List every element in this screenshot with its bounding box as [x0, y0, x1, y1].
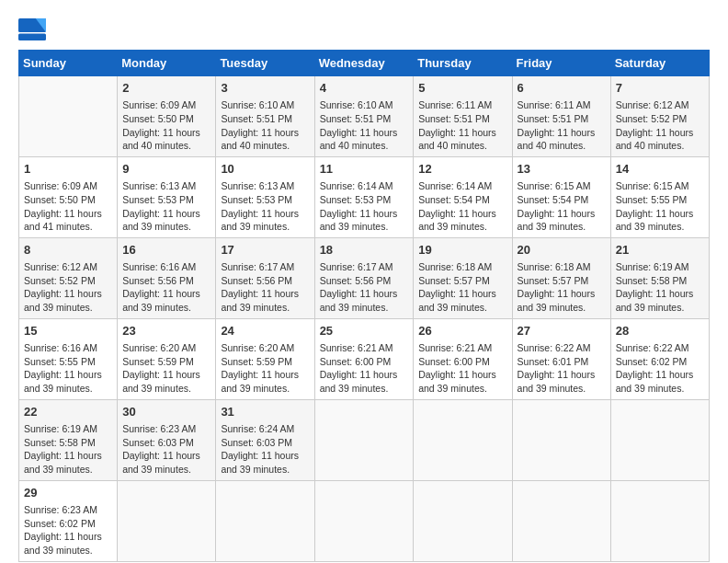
day-content: Daylight: 11 hours: [122, 287, 210, 301]
day-content: Sunrise: 6:21 AM: [418, 341, 506, 355]
day-content: and 39 minutes.: [616, 301, 704, 315]
day-content: Sunrise: 6:16 AM: [24, 341, 112, 355]
calendar-cell: 5Sunrise: 6:11 AMSunset: 5:51 PMDaylight…: [414, 76, 512, 157]
day-content: Daylight: 11 hours: [24, 207, 112, 221]
day-content: and 39 minutes.: [221, 301, 309, 315]
day-content: Daylight: 11 hours: [518, 287, 606, 301]
day-content: and 39 minutes.: [122, 382, 210, 396]
day-content: Daylight: 11 hours: [221, 126, 309, 140]
day-content: Daylight: 11 hours: [320, 287, 409, 301]
day-content: Sunrise: 6:20 AM: [122, 341, 210, 355]
day-content: Daylight: 11 hours: [221, 207, 309, 221]
day-content: Sunrise: 6:19 AM: [24, 422, 112, 436]
day-content: Sunset: 6:03 PM: [221, 436, 309, 450]
calendar-cell: 31Sunrise: 6:24 AMSunset: 6:03 PMDayligh…: [216, 399, 314, 480]
calendar-cell: 27Sunrise: 6:22 AMSunset: 6:01 PMDayligh…: [512, 318, 610, 399]
calendar-cell: 28Sunrise: 6:22 AMSunset: 6:02 PMDayligh…: [610, 318, 709, 399]
day-content: Daylight: 11 hours: [24, 368, 112, 382]
day-content: Daylight: 11 hours: [616, 126, 704, 140]
day-content: Sunset: 5:56 PM: [221, 274, 309, 288]
day-content: and 40 minutes.: [122, 139, 210, 153]
day-content: and 39 minutes.: [122, 463, 210, 477]
day-content: Sunrise: 6:19 AM: [616, 260, 704, 274]
day-number: 13: [518, 161, 606, 178]
calendar-header-thursday: Thursday: [414, 51, 512, 76]
day-content: Sunrise: 6:09 AM: [24, 179, 112, 193]
day-content: and 40 minutes.: [320, 139, 409, 153]
day-content: Sunrise: 6:22 AM: [518, 341, 606, 355]
day-content: Sunset: 5:55 PM: [616, 193, 704, 207]
day-content: Sunrise: 6:11 AM: [418, 98, 506, 112]
calendar-cell: 30Sunrise: 6:23 AMSunset: 6:03 PMDayligh…: [118, 399, 216, 480]
calendar-header-monday: Monday: [118, 51, 216, 76]
day-number: 31: [221, 404, 309, 420]
calendar-cell: [216, 480, 314, 561]
calendar-cell: 22Sunrise: 6:19 AMSunset: 5:58 PMDayligh…: [19, 399, 118, 480]
calendar-cell: 20Sunrise: 6:18 AMSunset: 5:57 PMDayligh…: [512, 237, 610, 318]
calendar-cell: 12Sunrise: 6:14 AMSunset: 5:54 PMDayligh…: [414, 156, 512, 237]
day-content: Sunset: 6:02 PM: [24, 517, 112, 531]
day-content: Sunrise: 6:17 AM: [221, 260, 309, 274]
calendar-week-row: 8Sunrise: 6:12 AMSunset: 5:52 PMDaylight…: [19, 237, 710, 318]
day-content: Daylight: 11 hours: [616, 287, 704, 301]
page-header: [18, 18, 710, 40]
day-content: Daylight: 11 hours: [221, 368, 309, 382]
day-content: Daylight: 11 hours: [122, 368, 210, 382]
day-content: Sunrise: 6:17 AM: [320, 260, 409, 274]
day-content: Daylight: 11 hours: [122, 449, 210, 463]
calendar-week-row: 2Sunrise: 6:09 AMSunset: 5:50 PMDaylight…: [19, 76, 710, 157]
day-content: and 39 minutes.: [122, 220, 210, 234]
day-content: Sunset: 5:51 PM: [320, 112, 409, 126]
day-number: 22: [24, 404, 112, 420]
day-content: and 39 minutes.: [418, 220, 506, 234]
day-number: 7: [616, 80, 704, 97]
day-content: and 39 minutes.: [320, 301, 409, 315]
calendar-week-row: 22Sunrise: 6:19 AMSunset: 5:58 PMDayligh…: [19, 399, 710, 480]
calendar-cell: 9Sunrise: 6:13 AMSunset: 5:53 PMDaylight…: [118, 156, 216, 237]
day-content: Sunset: 5:56 PM: [320, 274, 409, 288]
day-content: Sunrise: 6:18 AM: [418, 260, 506, 274]
day-content: Sunrise: 6:21 AM: [320, 341, 409, 355]
day-number: 5: [418, 80, 506, 97]
day-content: Daylight: 11 hours: [418, 207, 506, 221]
day-content: Sunrise: 6:22 AM: [616, 341, 704, 355]
day-content: Daylight: 11 hours: [24, 530, 112, 544]
day-number: 11: [320, 161, 409, 178]
day-content: Sunset: 5:53 PM: [122, 193, 210, 207]
calendar-cell: [512, 399, 610, 480]
day-content: Sunset: 6:02 PM: [616, 355, 704, 369]
day-content: Sunrise: 6:10 AM: [320, 98, 409, 112]
day-number: 2: [122, 80, 210, 97]
day-content: Sunset: 5:51 PM: [418, 112, 506, 126]
day-number: 16: [122, 242, 210, 259]
calendar-cell: 14Sunrise: 6:15 AMSunset: 5:55 PMDayligh…: [610, 156, 709, 237]
calendar-header-saturday: Saturday: [610, 51, 709, 76]
day-content: Sunrise: 6:10 AM: [221, 98, 309, 112]
day-content: Daylight: 11 hours: [320, 207, 409, 221]
day-number: 3: [221, 80, 309, 97]
day-content: Daylight: 11 hours: [122, 126, 210, 140]
day-content: and 40 minutes.: [221, 139, 309, 153]
day-content: Daylight: 11 hours: [24, 287, 112, 301]
day-number: 25: [320, 323, 409, 339]
day-number: 26: [418, 323, 506, 339]
day-number: 28: [616, 323, 704, 339]
day-number: 10: [221, 161, 309, 178]
calendar-cell: 1Sunrise: 6:09 AMSunset: 5:50 PMDaylight…: [19, 156, 118, 237]
day-content: and 40 minutes.: [616, 139, 704, 153]
calendar-cell: [414, 399, 512, 480]
day-content: and 39 minutes.: [24, 544, 112, 557]
calendar-week-row: 29Sunrise: 6:23 AMSunset: 6:02 PMDayligh…: [19, 480, 710, 561]
day-content: Sunrise: 6:24 AM: [221, 422, 309, 436]
day-content: and 39 minutes.: [122, 301, 210, 315]
calendar-cell: 13Sunrise: 6:15 AMSunset: 5:54 PMDayligh…: [512, 156, 610, 237]
calendar-cell: 19Sunrise: 6:18 AMSunset: 5:57 PMDayligh…: [414, 237, 512, 318]
day-content: and 39 minutes.: [616, 220, 704, 234]
day-content: Sunrise: 6:12 AM: [616, 98, 704, 112]
day-content: Sunrise: 6:09 AM: [122, 98, 210, 112]
calendar-cell: 18Sunrise: 6:17 AMSunset: 5:56 PMDayligh…: [314, 237, 414, 318]
calendar-cell: 6Sunrise: 6:11 AMSunset: 5:51 PMDaylight…: [512, 76, 610, 157]
day-content: and 39 minutes.: [616, 382, 704, 396]
day-number: 15: [24, 323, 112, 339]
calendar-cell: [19, 76, 118, 157]
